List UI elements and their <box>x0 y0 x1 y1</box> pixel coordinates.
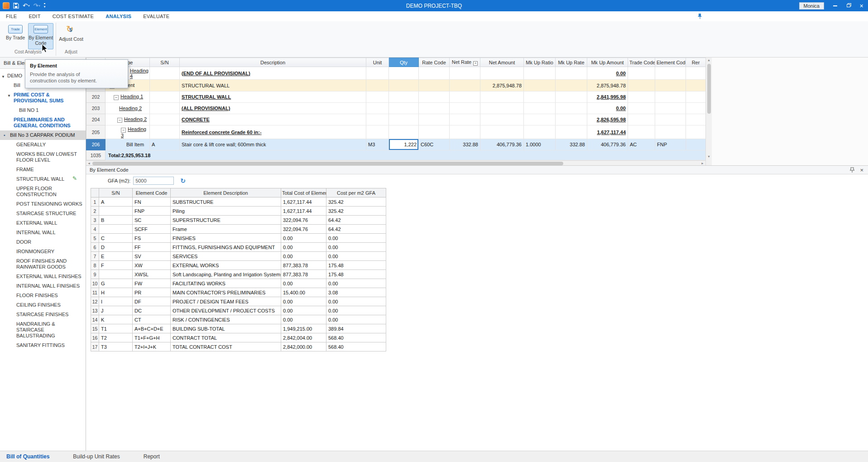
element-cost-row[interactable]: 11 H PR MAIN CONTRACTOR'S PRELIMINARIES … <box>91 288 386 297</box>
header-sn[interactable]: S/N <box>150 58 180 67</box>
header-sn[interactable]: S/N <box>99 188 133 197</box>
cell-net-amount[interactable]: 406,779.36 <box>480 139 524 150</box>
cell[interactable] <box>366 103 389 114</box>
grid-row-206-selected[interactable]: 206 Bill Item A Stair core & lift core w… <box>86 139 706 150</box>
cell-cost-per-m2[interactable]: 64.42 <box>326 225 386 234</box>
cell[interactable] <box>150 91 180 103</box>
cell-element-code[interactable]: DF <box>133 297 171 306</box>
cell-mkup-amount[interactable]: 1,627,117.44 <box>587 125 628 139</box>
cell-total-cost[interactable]: 877,383.78 <box>281 270 326 279</box>
cell-element-description[interactable]: FACILITATING WORKS <box>171 279 281 288</box>
cell[interactable] <box>686 67 706 80</box>
redo-dropdown-icon[interactable]: ▾ <box>38 4 40 7</box>
cell-type[interactable]: Bill Item <box>106 139 150 150</box>
cell-sn[interactable]: K <box>99 315 133 324</box>
cell-total-cost[interactable]: 0.00 <box>281 306 326 315</box>
cell[interactable] <box>524 125 556 139</box>
cell-element-code[interactable]: SC <box>133 216 171 225</box>
close-button[interactable]: × <box>855 0 868 11</box>
cell[interactable] <box>628 114 655 125</box>
cell-element-code[interactable]: PR <box>133 288 171 297</box>
cell-cost-per-m2[interactable]: 325.42 <box>326 207 386 216</box>
scroll-left-icon[interactable]: ◄ <box>87 162 91 165</box>
cell-type[interactable]: −Heading 3 <box>106 125 150 139</box>
element-cost-row[interactable]: 17 T3 T2+I+J+K TOTAL CONTRACT COST 2,842… <box>91 342 386 351</box>
element-cost-row[interactable]: 3 B SC SUPERSTRUCTURE 322,094.76 64.42 <box>91 216 386 225</box>
cell-description[interactable]: Stair core & lift core wall; 600mm thick <box>180 139 366 150</box>
cell-element-description[interactable]: Piling <box>171 207 281 216</box>
element-cost-row[interactable]: 4 SCFF Frame 322,094.76 64.42 <box>91 225 386 234</box>
cell-mkup-amount[interactable]: 2,826,595.98 <box>587 114 628 125</box>
header-cost-per-m2[interactable]: Cost per m2 GFA <box>326 188 386 197</box>
grid-row-element[interactable]: −Element STRUCTURAL WALL 2,875,948.78 2,… <box>86 80 706 91</box>
cell[interactable] <box>150 80 180 91</box>
cell[interactable] <box>150 114 180 125</box>
cell-description[interactable]: STRUCTURAL WALL <box>180 80 366 91</box>
header-element-code[interactable]: Element Code <box>655 58 686 67</box>
tree-item-handrailing-staircase-balustrading[interactable]: HANDRAILING & STAIRCASE BALUSTRADING <box>0 319 86 341</box>
cell[interactable] <box>389 91 419 103</box>
grid-row-205[interactable]: 205 −Heading 3 Reinforced concrete Grade… <box>86 125 706 139</box>
cell[interactable] <box>524 67 556 80</box>
grid-row-203[interactable]: 203 Heading 2 (ALL PROVISIONAL) 0.00 <box>86 103 706 114</box>
cell-sn[interactable]: G <box>99 279 133 288</box>
header-mkup-amount[interactable]: Mk Up Amount <box>587 58 628 67</box>
cell-element-code[interactable]: FN <box>133 197 171 207</box>
cell-element-description[interactable]: OTHER DEVELOPMENT / PROJECT COSTS <box>171 306 281 315</box>
column-options-icon[interactable]: + <box>473 61 478 66</box>
cell[interactable] <box>419 91 450 103</box>
tree-item-bill-no-1[interactable]: Bill NO 1 <box>0 106 86 115</box>
panel-pin-icon[interactable] <box>850 167 854 173</box>
cell-element-description[interactable]: FITTINGS, FURNISHINGS AND EQUIPMENT <box>171 243 281 252</box>
cell[interactable] <box>686 114 706 125</box>
cell[interactable] <box>366 125 389 139</box>
cell[interactable] <box>450 125 480 139</box>
header-total-cost[interactable]: Total Cost of Element <box>281 188 326 197</box>
element-cost-row[interactable]: 14 K CT RISK / CONTINGENCIES 0.00 0.00 <box>91 315 386 324</box>
cell-sn[interactable]: T1 <box>99 324 133 333</box>
cell[interactable] <box>686 125 706 139</box>
adjust-cost-button[interactable]: ↻ $ Adjust Cost <box>58 23 84 49</box>
cell[interactable] <box>655 114 686 125</box>
cell-total-cost[interactable]: 0.00 <box>281 252 326 261</box>
cell-sn[interactable]: T3 <box>99 342 133 351</box>
cell-element-description[interactable]: FINISHES <box>171 234 281 243</box>
cell-cost-per-m2[interactable]: 64.42 <box>326 216 386 225</box>
cell-cost-per-m2[interactable]: 0.00 <box>326 234 386 243</box>
cell-cost-per-m2[interactable]: 0.00 <box>326 297 386 306</box>
cell[interactable] <box>480 114 524 125</box>
cell[interactable] <box>450 80 480 91</box>
refresh-icon[interactable]: ↻ <box>180 178 186 184</box>
cell-total-cost[interactable]: 1,627,117.44 <box>281 197 326 207</box>
cell-description[interactable]: (ALL PROVISIONAL) <box>180 103 366 114</box>
cell[interactable] <box>524 80 556 91</box>
header-element-description[interactable]: Element Description <box>171 188 281 197</box>
cell[interactable] <box>556 114 587 125</box>
cell[interactable] <box>686 80 706 91</box>
tree-item-roof-finishes-and-rainwater-goods[interactable]: ROOF FINISHES AND RAINWATER GOODS <box>0 256 86 272</box>
cell-mkup-amount[interactable]: 406,779.36 <box>587 139 628 150</box>
app-icon[interactable] <box>3 2 10 9</box>
cell-sn[interactable]: A <box>99 197 133 207</box>
cell[interactable] <box>480 67 524 80</box>
cell[interactable] <box>150 103 180 114</box>
cell-total-cost[interactable]: 2,842,000.00 <box>281 342 326 351</box>
tree-item-works-below-lowest-floor-level[interactable]: WORKS BELOW LOWEST FLOOR LEVEL <box>0 149 86 165</box>
cell[interactable] <box>686 139 706 150</box>
ribbon-pin-icon[interactable] <box>697 13 702 21</box>
scrollbar-thumb[interactable] <box>92 162 563 165</box>
cell-element-description[interactable]: CONTRACT TOTAL <box>171 333 281 342</box>
cell-element-description[interactable]: SUPERSTRUCTURE <box>171 216 281 225</box>
cell[interactable] <box>366 114 389 125</box>
cell[interactable] <box>628 125 655 139</box>
tree-item-preliminaries-general-conditions[interactable]: PRELIMINARIES AND GENERAL CONDITIONS <box>0 115 86 130</box>
tree-item-generally[interactable]: GENERALLY <box>0 140 86 149</box>
cell-element-code[interactable]: FNP <box>133 207 171 216</box>
tree-item-upper-floor-construction[interactable]: UPPER FLOOR CONSTRUCTION <box>0 184 86 199</box>
save-button[interactable] <box>13 3 19 9</box>
restore-button[interactable] <box>842 0 855 11</box>
cell-total-cost[interactable]: 877,383.78 <box>281 261 326 270</box>
cell[interactable] <box>419 67 450 80</box>
collapse-icon[interactable]: − <box>121 128 126 133</box>
tree-item-ironmongery[interactable]: IRONMONGERY <box>0 247 86 256</box>
